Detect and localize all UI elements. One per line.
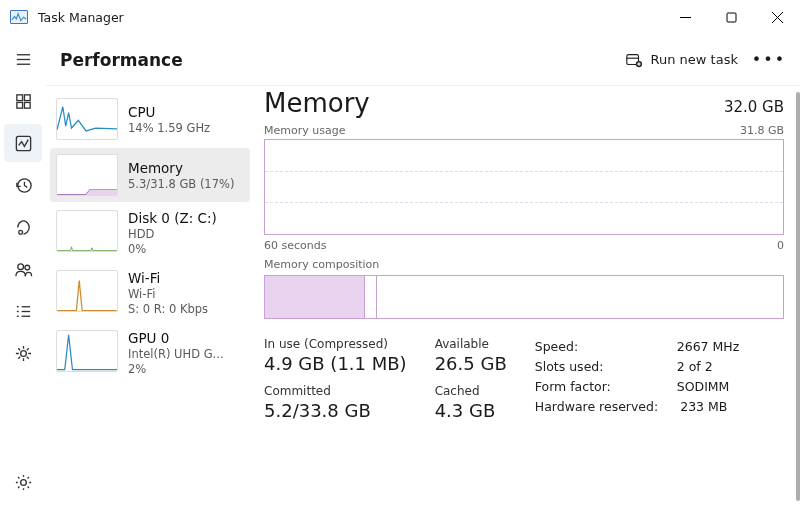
resource-title: Wi-Fi xyxy=(128,270,208,286)
maximize-button[interactable] xyxy=(708,0,754,34)
usage-label: Memory usage xyxy=(264,124,345,137)
startup-icon[interactable] xyxy=(4,208,42,246)
menu-icon[interactable] xyxy=(4,40,42,78)
resource-title: Memory xyxy=(128,160,234,176)
resource-subtitle-2: 0% xyxy=(128,242,217,256)
svg-point-22 xyxy=(20,350,26,356)
svg-rect-7 xyxy=(16,94,22,100)
history-icon[interactable] xyxy=(4,166,42,204)
minimize-button[interactable] xyxy=(662,0,708,34)
settings-icon[interactable] xyxy=(4,463,42,501)
usage-chart-labels: Memory usage 31.8 GB xyxy=(264,124,784,137)
svg-rect-8 xyxy=(24,94,30,100)
svg-rect-9 xyxy=(16,102,22,108)
resource-item-wifi[interactable]: Wi-Fi Wi-Fi S: 0 R: 0 Kbps xyxy=(50,264,250,322)
run-task-icon xyxy=(625,51,643,69)
memory-thumbnail xyxy=(56,154,118,196)
resource-subtitle: HDD xyxy=(128,227,217,241)
page-title: Performance xyxy=(60,50,183,70)
resource-subtitle-2: S: 0 R: 0 Kbps xyxy=(128,302,208,316)
close-button[interactable] xyxy=(754,0,800,34)
resource-list: CPU 14% 1.59 GHz Memory 5.3/31.8 GB (17%… xyxy=(46,86,254,507)
resource-subtitle: Wi-Fi xyxy=(128,287,208,301)
resource-subtitle: 14% 1.59 GHz xyxy=(128,121,210,135)
processes-icon[interactable] xyxy=(4,82,42,120)
title-bar: Task Manager xyxy=(0,0,800,34)
users-icon[interactable] xyxy=(4,250,42,288)
app-body: Performance Run new task ••• xyxy=(0,34,800,507)
memory-capacity: 32.0 GB xyxy=(724,98,784,116)
run-new-task-label: Run new task xyxy=(651,52,738,67)
performance-icon[interactable] xyxy=(4,124,42,162)
gpu-thumbnail xyxy=(56,330,118,372)
performance-body: CPU 14% 1.59 GHz Memory 5.3/31.8 GB (17%… xyxy=(46,86,800,507)
services-icon[interactable] xyxy=(4,334,42,372)
resource-title: CPU xyxy=(128,104,210,120)
detail-header: Memory 32.0 GB xyxy=(264,88,784,118)
app-icon xyxy=(10,10,28,24)
resource-item-gpu[interactable]: GPU 0 Intel(R) UHD G... 2% xyxy=(50,324,250,382)
disk-thumbnail xyxy=(56,210,118,252)
run-new-task-button[interactable]: Run new task xyxy=(617,47,746,73)
wifi-thumbnail xyxy=(56,270,118,312)
svg-point-15 xyxy=(24,265,29,270)
svg-point-13 xyxy=(18,230,22,234)
ellipsis-icon: ••• xyxy=(752,50,786,69)
svg-point-14 xyxy=(17,263,23,269)
resource-title: Disk 0 (Z: C:) xyxy=(128,210,217,226)
more-button[interactable]: ••• xyxy=(752,43,786,77)
resource-item-cpu[interactable]: CPU 14% 1.59 GHz xyxy=(50,92,250,146)
toolbar: Performance Run new task ••• xyxy=(46,34,800,86)
window-controls xyxy=(662,0,800,34)
detail-title: Memory xyxy=(264,88,370,118)
svg-rect-1 xyxy=(727,13,736,22)
resource-item-memory[interactable]: Memory 5.3/31.8 GB (17%) xyxy=(50,148,250,202)
details-icon[interactable] xyxy=(4,292,42,330)
usage-max: 31.8 GB xyxy=(740,124,784,137)
window-title: Task Manager xyxy=(38,10,124,25)
memory-usage-chart[interactable] xyxy=(264,139,784,235)
resource-subtitle-2: 2% xyxy=(128,362,224,376)
nav-rail xyxy=(0,34,46,507)
resource-item-disk[interactable]: Disk 0 (Z: C:) HDD 0% xyxy=(50,204,250,262)
resource-title: GPU 0 xyxy=(128,330,224,346)
scrollbar[interactable] xyxy=(796,92,800,501)
detail-pane: Memory 32.0 GB Memory usage 31.8 GB xyxy=(254,86,800,507)
resource-subtitle: 5.3/31.8 GB (17%) xyxy=(128,177,234,191)
content-area: Performance Run new task ••• xyxy=(46,34,800,507)
resource-subtitle: Intel(R) UHD G... xyxy=(128,347,224,361)
cpu-thumbnail xyxy=(56,98,118,140)
svg-point-23 xyxy=(20,479,26,485)
svg-rect-10 xyxy=(24,102,30,108)
